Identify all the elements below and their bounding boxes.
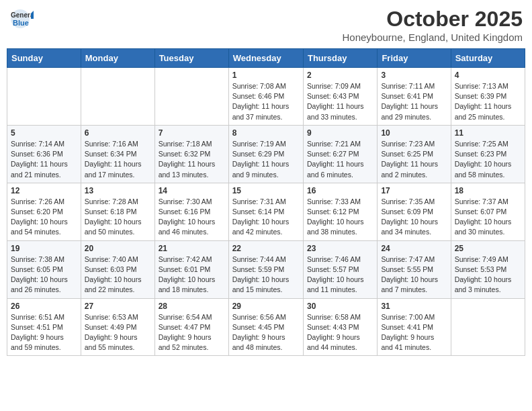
table-row: 2Sunrise: 7:09 AM Sunset: 6:43 PM Daylig… (303, 68, 377, 126)
day-number: 20 (85, 244, 151, 253)
day-number: 25 (455, 244, 521, 253)
day-info: Sunrise: 7:11 AM Sunset: 6:41 PM Dayligh… (381, 81, 447, 122)
day-info: Sunrise: 7:40 AM Sunset: 6:03 PM Dayligh… (85, 255, 151, 295)
day-info: Sunrise: 6:51 AM Sunset: 4:51 PM Dayligh… (11, 312, 77, 353)
day-info: Sunrise: 7:23 AM Sunset: 6:25 PM Dayligh… (381, 139, 447, 180)
month-title: October 2025 (342, 7, 523, 32)
day-info: Sunrise: 7:35 AM Sunset: 6:09 PM Dayligh… (381, 197, 447, 238)
col-tuesday: Tuesday (154, 49, 228, 68)
day-number: 13 (85, 186, 151, 195)
table-row: 14Sunrise: 7:30 AM Sunset: 6:16 PM Dayli… (154, 183, 228, 240)
day-info: Sunrise: 7:26 AM Sunset: 6:20 PM Dayligh… (11, 197, 77, 238)
day-number: 22 (232, 244, 300, 253)
table-row: 22Sunrise: 7:44 AM Sunset: 5:59 PM Dayli… (228, 240, 303, 298)
day-number: 18 (455, 186, 521, 195)
table-row: 12Sunrise: 7:26 AM Sunset: 6:20 PM Dayli… (7, 183, 81, 240)
day-info: Sunrise: 7:18 AM Sunset: 6:32 PM Dayligh… (159, 139, 225, 180)
day-number: 29 (232, 302, 300, 311)
day-number: 15 (232, 186, 300, 195)
table-row: 20Sunrise: 7:40 AM Sunset: 6:03 PM Dayli… (81, 240, 154, 298)
table-row: 21Sunrise: 7:42 AM Sunset: 6:01 PM Dayli… (154, 240, 228, 298)
day-info: Sunrise: 7:25 AM Sunset: 6:23 PM Dayligh… (455, 139, 521, 180)
page-header: General Blue October 2025 Honeybourne, E… (7, 7, 525, 43)
table-row: 25Sunrise: 7:49 AM Sunset: 5:53 PM Dayli… (451, 240, 525, 298)
table-row: 11Sunrise: 7:25 AM Sunset: 6:23 PM Dayli… (451, 125, 525, 183)
day-number: 6 (85, 128, 151, 138)
day-number: 8 (232, 128, 300, 138)
table-row: 13Sunrise: 7:28 AM Sunset: 6:18 PM Dayli… (81, 183, 154, 240)
col-thursday: Thursday (303, 49, 377, 68)
day-info: Sunrise: 7:33 AM Sunset: 6:12 PM Dayligh… (307, 197, 373, 238)
table-row: 23Sunrise: 7:46 AM Sunset: 5:57 PM Dayli… (303, 240, 377, 298)
svg-text:General: General (11, 11, 34, 19)
table-row: 31Sunrise: 7:00 AM Sunset: 4:41 PM Dayli… (378, 298, 451, 356)
col-sunday: Sunday (7, 49, 81, 68)
day-number: 7 (159, 128, 225, 138)
calendar-week-row: 1Sunrise: 7:08 AM Sunset: 6:46 PM Daylig… (7, 68, 525, 126)
table-row: 26Sunrise: 6:51 AM Sunset: 4:51 PM Dayli… (7, 298, 81, 356)
table-row: 24Sunrise: 7:47 AM Sunset: 5:55 PM Dayli… (378, 240, 451, 298)
day-info: Sunrise: 7:09 AM Sunset: 6:43 PM Dayligh… (307, 81, 373, 122)
day-number: 9 (307, 128, 373, 138)
day-number: 4 (455, 71, 521, 80)
day-number: 14 (159, 186, 225, 195)
day-info: Sunrise: 7:21 AM Sunset: 6:27 PM Dayligh… (307, 139, 373, 180)
day-info: Sunrise: 7:47 AM Sunset: 5:55 PM Dayligh… (381, 255, 447, 295)
day-number: 3 (381, 71, 447, 80)
day-info: Sunrise: 7:37 AM Sunset: 6:07 PM Dayligh… (455, 197, 521, 238)
calendar-week-row: 12Sunrise: 7:26 AM Sunset: 6:20 PM Dayli… (7, 183, 525, 240)
table-row: 16Sunrise: 7:33 AM Sunset: 6:12 PM Dayli… (303, 183, 377, 240)
day-info: Sunrise: 7:30 AM Sunset: 6:16 PM Dayligh… (159, 197, 225, 238)
day-number: 5 (11, 128, 77, 138)
table-row: 30Sunrise: 6:58 AM Sunset: 4:43 PM Dayli… (303, 298, 377, 356)
table-row: 5Sunrise: 7:14 AM Sunset: 6:36 PM Daylig… (7, 125, 81, 183)
day-info: Sunrise: 7:46 AM Sunset: 5:57 PM Dayligh… (307, 255, 373, 295)
table-row (81, 68, 154, 126)
day-number: 21 (159, 244, 225, 253)
day-number: 12 (11, 186, 77, 195)
day-info: Sunrise: 7:49 AM Sunset: 5:53 PM Dayligh… (455, 255, 521, 295)
day-info: Sunrise: 7:14 AM Sunset: 6:36 PM Dayligh… (11, 139, 77, 180)
day-number: 26 (11, 302, 77, 311)
day-info: Sunrise: 6:56 AM Sunset: 4:45 PM Dayligh… (232, 312, 300, 353)
svg-text:Blue: Blue (13, 19, 29, 27)
table-row (7, 68, 81, 126)
logo-shape: General Blue (9, 7, 34, 31)
day-info: Sunrise: 7:19 AM Sunset: 6:29 PM Dayligh… (232, 139, 300, 180)
table-row: 29Sunrise: 6:56 AM Sunset: 4:45 PM Dayli… (228, 298, 303, 356)
logo: General Blue (9, 7, 34, 31)
day-info: Sunrise: 7:28 AM Sunset: 6:18 PM Dayligh… (85, 197, 151, 238)
day-number: 10 (381, 128, 447, 138)
day-number: 17 (381, 186, 447, 195)
location: Honeybourne, England, United Kingdom (342, 32, 523, 43)
table-row: 1Sunrise: 7:08 AM Sunset: 6:46 PM Daylig… (228, 68, 303, 126)
table-row: 9Sunrise: 7:21 AM Sunset: 6:27 PM Daylig… (303, 125, 377, 183)
day-info: Sunrise: 6:54 AM Sunset: 4:47 PM Dayligh… (159, 312, 225, 353)
logo-svg: General Blue (9, 7, 34, 31)
col-monday: Monday (81, 49, 154, 68)
day-number: 16 (307, 186, 373, 195)
day-number: 1 (232, 71, 300, 80)
day-number: 27 (85, 302, 151, 311)
calendar-header-row: Sunday Monday Tuesday Wednesday Thursday… (7, 49, 525, 68)
day-info: Sunrise: 6:53 AM Sunset: 4:49 PM Dayligh… (85, 312, 151, 353)
day-number: 11 (455, 128, 521, 138)
calendar-week-row: 26Sunrise: 6:51 AM Sunset: 4:51 PM Dayli… (7, 298, 525, 356)
calendar-table: Sunday Monday Tuesday Wednesday Thursday… (7, 48, 525, 356)
col-wednesday: Wednesday (228, 49, 303, 68)
table-row: 6Sunrise: 7:16 AM Sunset: 6:34 PM Daylig… (81, 125, 154, 183)
table-row: 7Sunrise: 7:18 AM Sunset: 6:32 PM Daylig… (154, 125, 228, 183)
table-row: 3Sunrise: 7:11 AM Sunset: 6:41 PM Daylig… (378, 68, 451, 126)
day-info: Sunrise: 7:44 AM Sunset: 5:59 PM Dayligh… (232, 255, 300, 295)
day-info: Sunrise: 7:42 AM Sunset: 6:01 PM Dayligh… (159, 255, 225, 295)
calendar-week-row: 5Sunrise: 7:14 AM Sunset: 6:36 PM Daylig… (7, 125, 525, 183)
day-info: Sunrise: 7:13 AM Sunset: 6:39 PM Dayligh… (455, 81, 521, 122)
table-row: 17Sunrise: 7:35 AM Sunset: 6:09 PM Dayli… (378, 183, 451, 240)
table-row: 19Sunrise: 7:38 AM Sunset: 6:05 PM Dayli… (7, 240, 81, 298)
day-info: Sunrise: 7:08 AM Sunset: 6:46 PM Dayligh… (232, 81, 300, 122)
day-number: 31 (381, 302, 447, 311)
calendar-week-row: 19Sunrise: 7:38 AM Sunset: 6:05 PM Dayli… (7, 240, 525, 298)
table-row: 4Sunrise: 7:13 AM Sunset: 6:39 PM Daylig… (451, 68, 525, 126)
day-info: Sunrise: 7:16 AM Sunset: 6:34 PM Dayligh… (85, 139, 151, 180)
table-row: 28Sunrise: 6:54 AM Sunset: 4:47 PM Dayli… (154, 298, 228, 356)
